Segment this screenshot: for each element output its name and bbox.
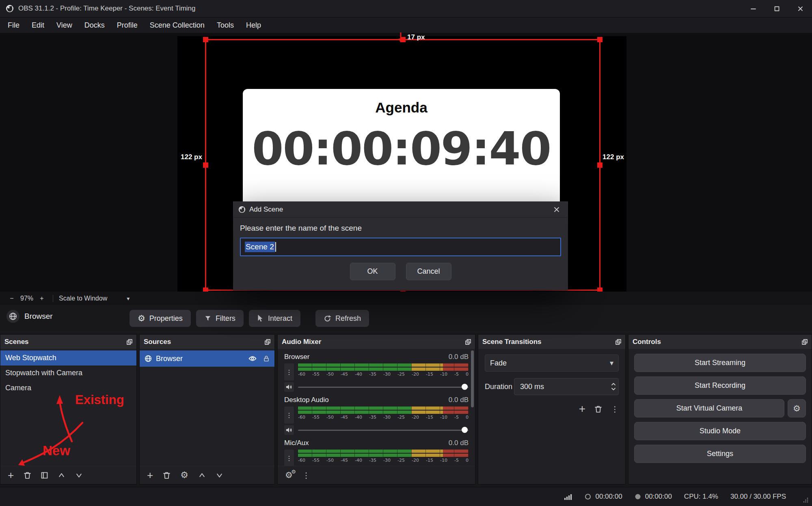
menu-tools[interactable]: Tools	[211, 21, 240, 30]
filters-button[interactable]: Filters	[196, 310, 244, 327]
chevron-down-icon[interactable]: ▾	[127, 295, 130, 302]
remove-scene-button[interactable]	[24, 471, 31, 479]
refresh-button[interactable]: Refresh	[315, 310, 369, 327]
scene-transitions-header: Scene Transitions	[478, 335, 625, 349]
visibility-eye-icon[interactable]	[248, 355, 257, 362]
menubar: File Edit View Docks Profile Scene Colle…	[0, 17, 812, 33]
popout-icon[interactable]	[615, 339, 621, 345]
obs-logo-icon	[6, 4, 14, 13]
start-virtual-camera-button[interactable]: Start Virtual Camera	[634, 399, 784, 417]
move-source-down-button[interactable]	[216, 471, 223, 479]
volume-meter	[298, 411, 469, 414]
transition-value: Fade	[490, 359, 507, 368]
volume-meter	[298, 363, 469, 367]
controls-title: Controls	[633, 338, 661, 346]
measure-label-right: 122 px	[603, 153, 624, 161]
resize-handle-e[interactable]	[597, 162, 603, 168]
scenes-title: Scenes	[4, 338, 29, 346]
mute-speaker-button[interactable]	[284, 382, 294, 392]
resize-grip[interactable]	[803, 497, 809, 503]
popout-icon[interactable]	[465, 339, 471, 345]
virtual-camera-config-button[interactable]: ⚙	[788, 399, 806, 417]
move-scene-down-button[interactable]	[75, 471, 83, 479]
zoom-out-button[interactable]: −	[6, 295, 17, 302]
source-properties-button[interactable]: ⚙	[180, 470, 188, 480]
transition-menu-button[interactable]: ⋮	[611, 404, 619, 414]
menu-help[interactable]: Help	[240, 21, 267, 30]
source-item-browser[interactable]: Browser	[140, 350, 274, 367]
scenes-list: Web Stopwatch Stopwatch with Camera Came…	[0, 349, 136, 466]
scene-name-value: Scene 2	[245, 242, 275, 252]
duration-spinbox[interactable]: 300 ms	[514, 378, 619, 395]
interact-button[interactable]: Interact	[249, 310, 300, 327]
mute-speaker-button[interactable]	[284, 425, 294, 435]
studio-mode-button[interactable]: Studio Mode	[634, 422, 806, 440]
mixer-menu-button[interactable]: ⋮	[302, 471, 310, 480]
measure-label-top: 17 px	[407, 33, 425, 41]
dialog-close-button[interactable]	[551, 203, 563, 216]
channel-menu-button[interactable]: ⋮	[284, 450, 294, 466]
remove-source-button[interactable]	[163, 471, 171, 479]
resize-handle-nw[interactable]	[203, 37, 208, 42]
popout-icon[interactable]	[127, 339, 132, 345]
resize-handle-ne[interactable]	[597, 37, 603, 42]
remove-transition-button[interactable]	[594, 405, 602, 413]
filter-icon	[204, 315, 212, 322]
dialog-title: Add Scene	[249, 205, 283, 214]
cursor-icon	[257, 315, 264, 322]
volume-slider[interactable]	[298, 383, 469, 391]
menu-file[interactable]: File	[2, 21, 26, 30]
add-source-button[interactable]: +	[147, 469, 153, 482]
volume-slider[interactable]	[298, 426, 469, 434]
spin-down-icon[interactable]	[611, 387, 616, 391]
scale-mode-select[interactable]: Scale to Window	[59, 295, 107, 302]
resize-handle-w[interactable]	[203, 162, 208, 168]
ok-button[interactable]: OK	[350, 263, 395, 280]
cancel-button[interactable]: Cancel	[406, 263, 451, 280]
slider-track	[298, 430, 469, 431]
properties-button[interactable]: ⚙ Properties	[130, 310, 191, 327]
settings-button[interactable]: Settings	[634, 445, 806, 463]
scene-item-stopwatch-with-camera[interactable]: Stopwatch with Camera	[0, 365, 136, 381]
stream-status-icon	[585, 493, 591, 500]
record-time-group: 00:00:00	[635, 493, 672, 501]
minimize-button[interactable]	[741, 0, 765, 17]
menu-profile[interactable]: Profile	[111, 21, 144, 30]
scene-filters-button[interactable]	[41, 472, 48, 479]
start-recording-button[interactable]: Start Recording	[634, 376, 806, 395]
channel-name: Browser	[284, 353, 309, 361]
transition-select[interactable]: Fade ▾	[485, 355, 619, 372]
move-source-up-button[interactable]	[198, 471, 206, 479]
popout-icon[interactable]	[802, 339, 808, 345]
add-transition-button[interactable]: +	[579, 402, 585, 415]
channel-menu-button[interactable]: ⋮	[284, 363, 294, 381]
zoom-in-button[interactable]: +	[37, 295, 47, 302]
add-scene-button[interactable]: +	[8, 469, 14, 482]
advanced-audio-button[interactable]: ⚙⚙	[285, 470, 293, 480]
menu-docks[interactable]: Docks	[78, 21, 111, 30]
mixer-channel-browser: Browser 0.0 dB ⋮ -60-55-50-45-40-35-30-2…	[278, 349, 475, 392]
lock-icon[interactable]	[263, 355, 270, 362]
mixer-scrollbar[interactable]	[471, 350, 474, 407]
close-button[interactable]	[788, 0, 812, 17]
menu-edit[interactable]: Edit	[26, 21, 50, 30]
stream-time-group: 00:00:00	[585, 493, 622, 501]
channel-menu-button[interactable]: ⋮	[284, 407, 294, 424]
popout-icon[interactable]	[265, 339, 270, 345]
scenes-header: Scenes	[0, 335, 136, 349]
scene-transitions-title: Scene Transitions	[482, 338, 542, 346]
menu-scene-collection[interactable]: Scene Collection	[144, 21, 211, 30]
scene-name-input[interactable]: Scene 2	[240, 238, 561, 256]
sources-title: Sources	[144, 338, 171, 346]
slider-handle[interactable]	[462, 384, 468, 390]
menu-view[interactable]: View	[50, 21, 78, 30]
scene-item-web-stopwatch[interactable]: Web Stopwatch	[0, 350, 136, 365]
scene-item-camera[interactable]: Camera	[0, 381, 136, 396]
maximize-button[interactable]	[765, 0, 788, 17]
move-scene-up-button[interactable]	[58, 471, 65, 479]
start-streaming-button[interactable]: Start Streaming	[634, 354, 806, 372]
spin-up-icon[interactable]	[611, 383, 616, 386]
dialog-titlebar: Add Scene	[233, 202, 568, 218]
channel-name: Desktop Audio	[284, 396, 329, 404]
slider-handle[interactable]	[462, 427, 468, 433]
